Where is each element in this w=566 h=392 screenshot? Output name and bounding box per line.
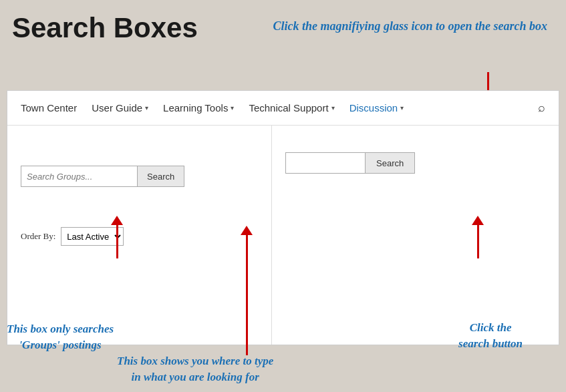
annotation-bottom-right: Click the search button xyxy=(458,320,523,352)
arrow-line xyxy=(116,225,118,258)
chevron-down-icon: ▾ xyxy=(400,104,404,112)
search-groups-input[interactable] xyxy=(21,166,138,187)
page-title: Search Boxes xyxy=(12,12,198,44)
annotation-bottom-middle-line2: in what you are looking for xyxy=(117,369,273,385)
chevron-down-icon: ▾ xyxy=(145,104,148,112)
annotation-bottom-left-line2: 'Groups' postings xyxy=(7,337,114,353)
right-search-input[interactable] xyxy=(285,152,366,174)
annotation-bottom-left: This box only searches 'Groups' postings xyxy=(7,321,114,353)
arrow-line xyxy=(477,225,479,258)
nav-label-user-guide: User Guide xyxy=(92,102,142,114)
arrow-right-up xyxy=(472,216,484,258)
chevron-down-icon: ▾ xyxy=(231,104,234,112)
search-group-row: Search xyxy=(21,166,184,187)
arrow-head xyxy=(241,226,253,235)
arrow-left-up xyxy=(111,216,123,258)
right-search-button[interactable]: Search xyxy=(366,152,415,174)
annotation-bottom-middle-line1: This box shows you where to type xyxy=(117,353,273,369)
nav-item-discussion[interactable]: Discussion ▾ xyxy=(349,102,404,114)
arrow-head xyxy=(472,216,484,225)
nav-item-technical-support[interactable]: Technical Support ▾ xyxy=(249,102,334,114)
arrow-line xyxy=(487,72,489,92)
order-by-row: Order By: Last Active xyxy=(21,227,124,246)
nav-item-learning-tools[interactable]: Learning Tools ▾ xyxy=(163,102,234,114)
right-panel: Search xyxy=(272,126,559,345)
annotation-bottom-right-line2: search button xyxy=(458,336,523,352)
search-icon[interactable]: ⌕ xyxy=(538,101,545,115)
annotation-bottom-right-line1: Click the xyxy=(458,320,523,336)
arrow-middle-up xyxy=(241,226,253,355)
nav-label-discussion: Discussion xyxy=(349,102,398,114)
nav-label-learning-tools: Learning Tools xyxy=(163,102,228,114)
nav-label-technical-support: Technical Support xyxy=(249,102,328,114)
annotation-bottom-middle: This box shows you where to type in what… xyxy=(117,353,273,385)
annotation-top-right: Click the magnifiying glass icon to open… xyxy=(273,19,547,34)
left-panel: Search Order By: Last Active xyxy=(7,126,272,345)
arrow-line xyxy=(246,235,248,355)
nav-item-user-guide[interactable]: User Guide ▾ xyxy=(92,102,148,114)
right-search-row: Search xyxy=(285,152,415,174)
annotation-top-right-line1: Click the magnifiying glass icon to open… xyxy=(273,19,547,33)
order-by-label: Order By: xyxy=(21,231,55,242)
annotation-bottom-left-line1: This box only searches xyxy=(7,321,114,337)
nav-bar: Town Center User Guide ▾ Learning Tools … xyxy=(7,91,559,126)
search-groups-button[interactable]: Search xyxy=(138,166,184,187)
nav-item-town-center[interactable]: Town Center xyxy=(21,102,77,114)
chevron-down-icon: ▾ xyxy=(331,104,335,112)
nav-label-town-center: Town Center xyxy=(21,102,77,114)
arrow-head xyxy=(111,216,123,225)
